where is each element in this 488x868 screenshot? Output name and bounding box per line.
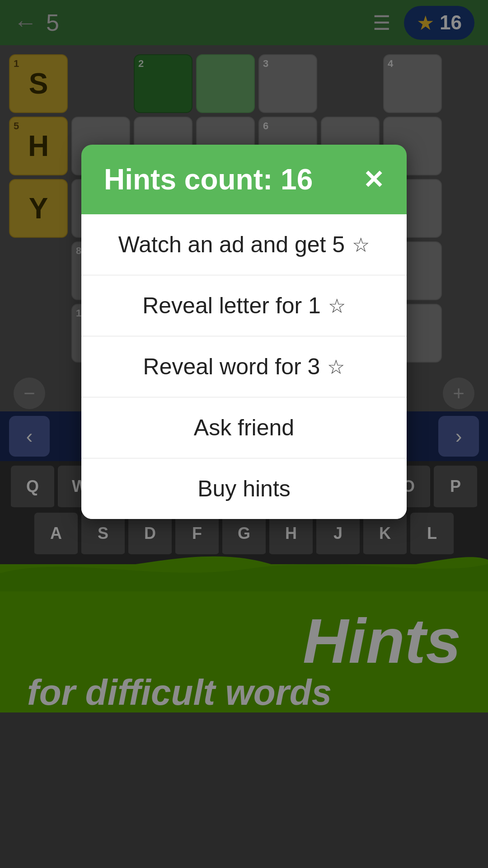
star-icon-2: ☆: [328, 294, 346, 317]
star-icon-1: ☆: [352, 233, 370, 256]
reveal-letter-button[interactable]: Reveal letter for 1 ☆: [81, 275, 407, 336]
star-icon-3: ☆: [327, 355, 345, 378]
modal-overlay[interactable]: Hints count: 16 ✕ Watch an ad and get 5 …: [0, 0, 488, 868]
modal-close-button[interactable]: ✕: [363, 165, 384, 194]
hints-modal: Hints count: 16 ✕ Watch an ad and get 5 …: [81, 145, 407, 519]
reveal-letter-label: Reveal letter for 1: [142, 292, 321, 319]
watch-ad-button[interactable]: Watch an ad and get 5 ☆: [81, 214, 407, 275]
modal-header: Hints count: 16 ✕: [81, 145, 407, 214]
buy-hints-button[interactable]: Buy hints: [81, 458, 407, 519]
buy-hints-label: Buy hints: [197, 476, 291, 502]
watch-ad-label: Watch an ad and get 5: [118, 231, 345, 258]
ask-friend-button[interactable]: Ask friend: [81, 397, 407, 458]
reveal-word-label: Reveal word for 3: [143, 354, 320, 380]
ask-friend-label: Ask friend: [194, 415, 294, 441]
modal-title: Hints count: 16: [104, 163, 313, 196]
modal-body: Watch an ad and get 5 ☆ Reveal letter fo…: [81, 214, 407, 519]
reveal-word-button[interactable]: Reveal word for 3 ☆: [81, 336, 407, 397]
